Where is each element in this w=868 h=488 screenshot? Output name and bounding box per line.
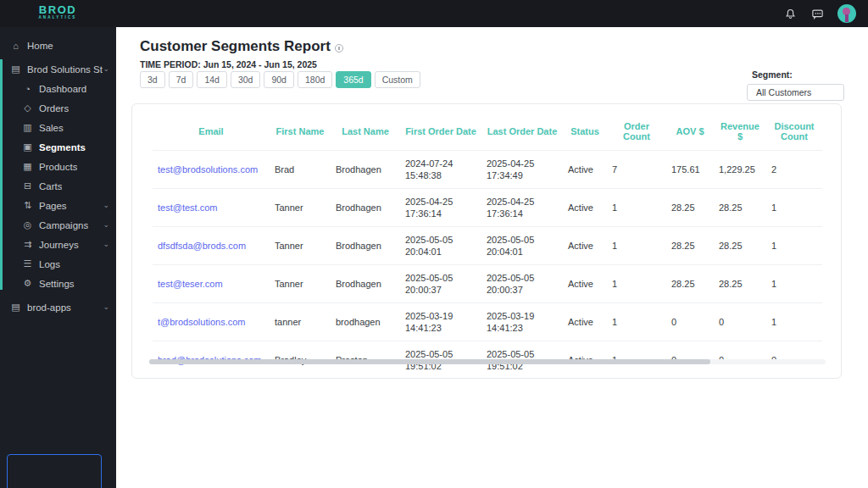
segments-table: EmailFirst NameLast NameFirst Order Date… [153,116,822,379]
brand-logo-text: BROD [32,4,83,15]
sidebar-item-label: Brod Solutions Store [27,64,103,75]
table-cell: 28.25 [714,227,766,265]
sidebar-item-logs[interactable]: ☰Logs [0,254,116,274]
chevron-down-icon: ⌄ [103,202,109,209]
email-link[interactable]: t@brodsolutions.com [153,303,270,341]
list-icon: ☰ [22,258,33,269]
sidebar-item-segments[interactable]: ▣Segments [0,137,116,157]
range-button-7d[interactable]: 7d [169,71,194,88]
table-body: test@brodsolutions.comBradBrodhagen2024-… [153,151,822,380]
sidebar-item-brod-solutions-store[interactable]: ▤Brod Solutions Store⌄ [0,59,116,79]
sidebar-item-carts[interactable]: ⊟Carts [0,176,116,196]
segments-icon: ▣ [22,141,33,152]
sidebar-item-label: Dashboard [39,84,86,94]
range-button-14d[interactable]: 14d [197,71,227,88]
chevron-down-icon: ⌄ [103,303,109,311]
sidebar-item-products[interactable]: ▦Products [0,157,116,176]
email-link[interactable]: test@test.com [153,189,270,227]
table-cell: 1 [607,265,666,303]
sidebar-item-label: Settings [39,279,75,289]
segments-table-card: EmailFirst NameLast NameFirst Order Date… [131,103,842,379]
sidebar-item-label: Campaigns [39,220,88,230]
table-row: test@teser.comTannerBrodhagen2025-05-05 … [153,265,822,303]
range-button-custom[interactable]: Custom [375,71,420,88]
table-cell: 28.25 [714,265,766,303]
sidebar-item-label: Journeys [39,240,79,250]
range-button-3d[interactable]: 3d [140,71,165,88]
table-cell: 28.25 [714,189,766,227]
avatar-figure-body [845,14,849,22]
sidebar: ⌂Home▤Brod Solutions Store⌄◔Dashboard◇Or… [0,27,116,488]
sidebar-nav: ⌂Home▤Brod Solutions Store⌄◔Dashboard◇Or… [0,27,116,317]
column-header: Discount Count [766,116,822,151]
table-cell: 1 [766,303,822,341]
user-avatar[interactable] [837,4,856,23]
table-row: t@brodsolutions.comtannerbrodhagen2025-0… [153,303,822,341]
range-button-365d[interactable]: 365d [336,71,370,88]
table-cell: Brodhagen [331,151,400,189]
table-cell: 2025-05-05 20:04:01 [400,227,481,265]
table-cell: 2025-04-25 17:36:14 [481,189,563,227]
sidebar-item-sales[interactable]: ▥Sales [0,118,116,137]
chevron-down-icon: ⌄ [103,221,109,229]
table-cell: Tanner [270,227,331,265]
topbar: BROD ANALYTICS [0,0,868,27]
time-period-label: TIME PERIOD: Jun 15, 2024 - Jun 15, 2025 [140,59,317,69]
table-cell: 2025-04-25 17:34:49 [481,151,563,189]
range-button-180d[interactable]: 180d [298,71,332,88]
horizontal-scrollbar-thumb[interactable] [149,359,710,364]
segment-filter: Segment: All Customers [747,69,844,101]
sidebar-item-home[interactable]: ⌂Home [0,36,116,55]
table-cell: 2025-05-05 20:00:37 [400,265,481,303]
store-icon: ▤ [10,64,21,75]
sidebar-item-dashboard[interactable]: ◔Dashboard [0,79,116,98]
page-title-row: Customer Segments Report [140,38,343,55]
table-cell: 2025-03-19 14:41:23 [400,303,481,341]
table-cell: 28.25 [666,265,714,303]
info-icon[interactable] [335,44,343,53]
email-link[interactable]: test@brodsolutions.com [153,151,270,189]
table-cell: tanner [270,303,331,341]
email-link[interactable]: test@teser.com [153,265,270,303]
sidebar-item-settings[interactable]: ⚙Settings [0,274,116,293]
table-cell: 2025-05-05 20:00:37 [481,265,563,303]
chevron-down-icon: ⌄ [103,65,109,73]
bell-icon[interactable] [783,7,797,20]
table-row: dfsdfsda@brods.comTannerBrodhagen2025-05… [153,227,822,265]
sidebar-item-label: Sales [39,123,64,133]
segment-select[interactable]: All Customers [747,84,844,101]
sidebar-item-brod-apps[interactable]: ▤brod-apps⌄ [0,297,116,317]
range-button-30d[interactable]: 30d [231,71,261,88]
email-link[interactable]: dfsdfsda@brods.com [153,227,270,265]
sidebar-item-journeys[interactable]: ⇉Journeys⌄ [0,235,116,254]
sidebar-item-label: Pages [39,201,67,211]
table-cell: 2025-03-19 14:41:23 [481,303,563,341]
table-cell: 1 [607,189,666,227]
sidebar-item-label: Segments [39,142,86,152]
sidebar-item-pages[interactable]: ⇅Pages⌄ [0,196,116,215]
table-cell: Tanner [270,265,331,303]
brand-logo-subtext: ANALYTICS [32,15,83,20]
table-cell: 1,229.25 [714,151,766,189]
column-header: First Order Date [400,116,481,151]
table-cell: Active [563,189,607,227]
box-icon: ▦ [22,161,33,172]
range-button-90d[interactable]: 90d [264,71,294,88]
table-cell: Brodhagen [331,265,400,303]
column-header: Email [153,116,270,151]
chat-icon[interactable] [810,7,824,20]
sidebar-item-label: Orders [39,103,69,114]
sidebar-item-orders[interactable]: ◇Orders [0,98,116,118]
table-cell: 2025-05-05 20:04:01 [481,227,563,265]
table-cell: 1 [766,227,822,265]
cart-icon: ⊟ [22,180,33,191]
route-icon: ⇉ [22,239,33,250]
table-cell: 1 [607,227,666,265]
custom-app-builds-button[interactable]: Custom App Builds [7,454,102,488]
table-cell: Active [563,151,607,189]
sidebar-item-campaigns[interactable]: ◎Campaigns⌄ [0,215,116,235]
gauge-icon: ◔ [22,84,33,94]
topbar-actions [783,0,856,27]
brand-logo: BROD ANALYTICS [32,4,83,20]
table-cell: 28.25 [666,189,714,227]
